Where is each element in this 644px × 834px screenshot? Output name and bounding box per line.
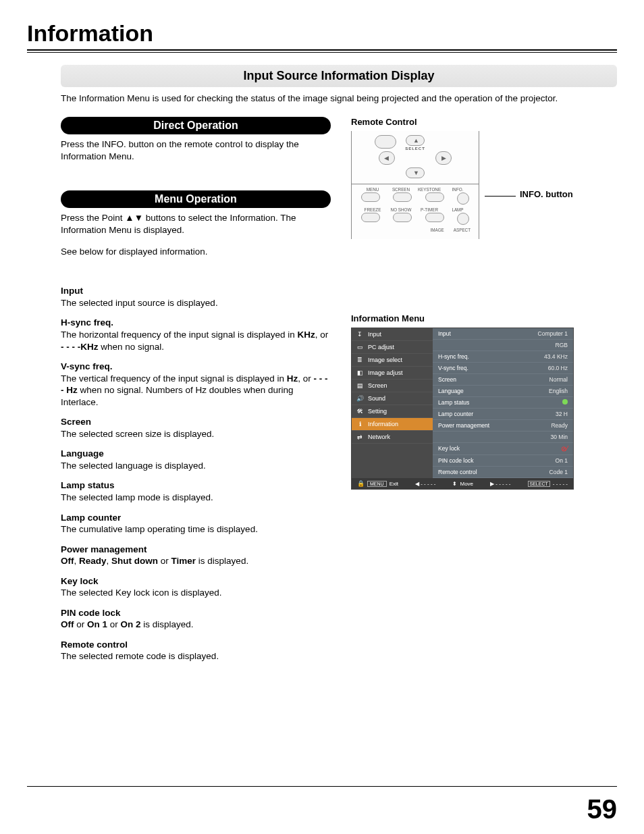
- dpad-up: ▲: [406, 135, 425, 146]
- definition-item: Lamp counterThe cumulative lamp operatin…: [61, 512, 331, 536]
- info-row: Lamp counter32 H: [433, 409, 573, 420]
- info-menu-sidebar: ↧Input▭PC adjust≣Image select◧Image adju…: [352, 328, 433, 478]
- info-row: RGB: [433, 340, 573, 351]
- ptimer-button: [425, 213, 444, 222]
- definition-item: PIN code lockOff or On 1 or On 2 is disp…: [61, 607, 331, 631]
- definition-item: H-sync freq.The horizontal frequency of …: [61, 317, 331, 353]
- screen-button: [393, 192, 412, 202]
- definition-item: Key lockThe selected Key lock icon is di…: [61, 575, 331, 599]
- menu-op-prefix: Press the Point: [61, 213, 125, 223]
- info-row: H-sync freq.43.4 KHz: [433, 351, 573, 363]
- menu-item-screen: ▤Screen: [352, 380, 433, 392]
- definition-item: Lamp statusThe selected lamp mode is dis…: [61, 479, 331, 503]
- menu-item-image-select: ≣Image select: [352, 354, 433, 367]
- direct-operation-heading: Direct Operation: [61, 117, 331, 134]
- menu-item-network: ⇄Network: [352, 431, 433, 444]
- footer-move: Move: [460, 481, 473, 487]
- information-menu-figure: ↧Input▭PC adjust≣Image select◧Image adju…: [351, 328, 574, 490]
- info-row: V-sync freq.60.0 Hz: [433, 363, 573, 374]
- remote-row1: MENUSCREENKEYSTONEINFO.: [357, 187, 473, 192]
- callout-pointer: [485, 196, 516, 197]
- select-label: SELECT: [375, 147, 456, 151]
- info-row: InputComputer 1: [433, 328, 573, 340]
- remote-row3: IMAGEASPECT: [357, 228, 473, 232]
- menu-button: [361, 192, 380, 202]
- definition-item: InputThe selected input source is displa…: [61, 285, 331, 309]
- info-row: 30 Min: [433, 432, 573, 443]
- info-row: LanguageEnglish: [433, 386, 573, 397]
- info-row: Remote controlCode 1: [433, 467, 573, 478]
- menu-item-setting: 🛠Setting: [352, 405, 433, 418]
- definition-item: LanguageThe selected language is display…: [61, 448, 331, 471]
- remote-control-figure: SELECT ▲ ▼ ◀ ▶ MENUSCREENKEYSTONEINFO.: [351, 131, 479, 239]
- definition-item: Power managementOff, Ready, Shut down or…: [61, 544, 331, 567]
- info-row: ScreenNormal: [433, 374, 573, 386]
- footer-select: SELECT: [528, 481, 550, 487]
- info-button: [457, 192, 469, 205]
- menu-operation-body2: See below for displayed information.: [61, 246, 331, 258]
- info-row: PIN code lockOn 1: [433, 455, 573, 467]
- info-row: Key lock⊘⁄: [433, 443, 573, 455]
- info-menu-panel: InputComputer 1RGBH-sync freq.43.4 KHzV-…: [433, 328, 573, 478]
- info-button-callout: INFO. button: [520, 189, 573, 199]
- lamp-button: [457, 213, 469, 225]
- information-menu-label: Information Menu: [351, 313, 617, 323]
- noshow-button: [393, 213, 412, 222]
- info-row: Power managementReady: [433, 420, 573, 432]
- page-title: Information: [27, 20, 617, 47]
- definitions-list: InputThe selected input source is displa…: [61, 285, 331, 662]
- dpad-right: ▶: [435, 151, 452, 165]
- menu-item-sound: 🔊Sound: [352, 392, 433, 405]
- intro-text: The Information Menu is used for checkin…: [61, 93, 617, 105]
- remote-row2: FREEZENO SHOWP-TIMERLAMP: [357, 207, 473, 212]
- definition-item: V-sync freq.The vertical frequency of th…: [61, 361, 331, 408]
- info-menu-footer: 🔒 MENU Exit ◀ - - - - - ⬍ Move ▶ - - - -…: [352, 478, 573, 489]
- page-number: 59: [587, 794, 618, 825]
- freeze-button: [361, 213, 380, 222]
- menu-item-input: ↧Input: [352, 328, 433, 341]
- bottom-rule: [27, 786, 617, 787]
- title-rule: [27, 49, 617, 51]
- menu-operation-body1: Press the Point ▲▼ buttons to select the…: [61, 212, 331, 236]
- direct-operation-body: Press the INFO. button on the remote con…: [61, 138, 331, 163]
- dpad-down: ▼: [406, 167, 425, 178]
- menu-item-information: ℹInformation: [352, 418, 433, 431]
- remote-control-label: Remote Control: [351, 117, 617, 127]
- menu-operation-heading: Menu Operation: [61, 190, 331, 208]
- footer-exit: Exit: [390, 481, 398, 487]
- dpad-left: ◀: [379, 151, 395, 165]
- keystone-button: [425, 192, 444, 202]
- lock-icon: 🔒: [357, 480, 365, 487]
- menu-item-image-adjust: ◧Image adjust: [352, 367, 433, 380]
- definition-item: ScreenThe selected screen size is displa…: [61, 416, 331, 440]
- section-banner: Input Source Information Display: [61, 65, 617, 87]
- definition-item: Remote controlThe selected remote code i…: [61, 639, 331, 662]
- info-row: Lamp status: [433, 397, 573, 409]
- menu-item-pc-adjust: ▭PC adjust: [352, 341, 433, 354]
